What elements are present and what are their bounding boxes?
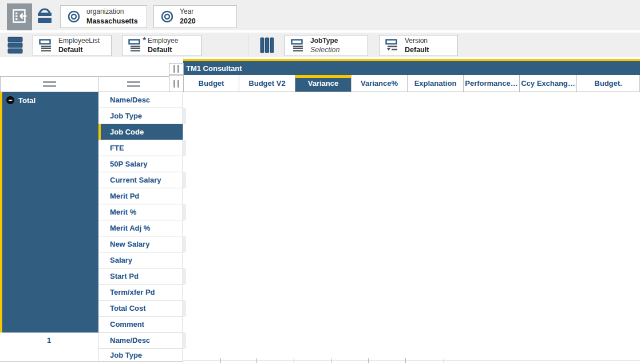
column-header-ccy-exchange[interactable]: Ccy Exchang…: [520, 75, 577, 92]
row-job-type[interactable]: Job Type: [98, 108, 183, 124]
row-merit-pct[interactable]: Merit %: [98, 204, 183, 220]
row-group-1[interactable]: 1: [0, 333, 98, 362]
subset-list-sort-icon: [385, 39, 400, 52]
column-dimension-header[interactable]: TM1 Consultant: [183, 61, 640, 75]
row-stripe: [183, 236, 186, 252]
dimension-name: Version: [405, 37, 429, 46]
row-stripe: [183, 333, 186, 349]
column-dimension-jobtype[interactable]: JobType Selection: [285, 35, 368, 56]
pause-icon: [177, 80, 179, 88]
dimension-subset: Default: [58, 45, 100, 54]
column-header-budget2[interactable]: Budget.: [577, 75, 640, 92]
row-current-salary[interactable]: Current Salary: [98, 172, 183, 188]
columns-axis-icon[interactable]: [259, 37, 275, 54]
rows-axis-icon[interactable]: [7, 36, 24, 55]
briefcase-icon: [34, 4, 55, 29]
collapse-left-icon: [11, 7, 28, 27]
row-dimension-employee[interactable]: * Employee Default: [122, 35, 202, 56]
row-name-desc-2[interactable]: Name/Desc: [98, 333, 183, 349]
dimension-name: Year: [180, 7, 196, 17]
dimension-name: JobType: [310, 37, 339, 46]
modified-asterisk: *: [143, 35, 146, 45]
row-total-cost[interactable]: Total Cost: [98, 300, 183, 316]
row-name-desc[interactable]: Name/Desc: [98, 92, 183, 108]
row-comment[interactable]: Comment: [98, 316, 183, 333]
column-tick: [368, 358, 369, 363]
column-header-variance-pct[interactable]: Variance%: [351, 75, 408, 92]
dimension-member: Massachusetts: [86, 17, 138, 26]
dimension-subset: Default: [405, 45, 429, 54]
subset-circle-icon: [66, 9, 81, 24]
row-term-xfer-pd[interactable]: Term/xfer Pd: [98, 284, 183, 300]
column-tick: [256, 358, 257, 363]
grid-cell-area[interactable]: [183, 92, 640, 362]
row-header-drag-handle[interactable]: [0, 76, 98, 92]
row-header-drag-handle[interactable]: [98, 76, 169, 92]
column-header-collapse-handle[interactable]: [169, 63, 184, 75]
row-dimension-employeelist[interactable]: EmployeeList Default: [33, 35, 112, 56]
dimension-subset: Selection: [310, 45, 339, 54]
row-stripe: [183, 172, 186, 188]
pause-icon: [173, 65, 175, 73]
grid-bottom-border: [183, 361, 640, 361]
row-stripe: [183, 300, 186, 316]
drag-handle-icon: [43, 85, 56, 87]
drag-handle-icon: [127, 85, 140, 87]
row-merit-pd[interactable]: Merit Pd: [98, 188, 183, 204]
column-header-row: Budget Budget V2 Variance Variance% Expl…: [183, 75, 640, 92]
drag-handle-icon: [127, 81, 140, 83]
context-dimension-organization[interactable]: organization Massachusetts: [60, 5, 147, 28]
row-group-label: 1: [47, 336, 51, 345]
column-header-collapse-handle[interactable]: [169, 75, 184, 92]
column-header-variance-selected[interactable]: Variance: [295, 75, 351, 92]
dimension-name: organization: [86, 7, 138, 17]
row-group-label: Total: [18, 96, 35, 105]
column-header-explanation[interactable]: Explanation: [408, 75, 464, 92]
context-dimension-year[interactable]: Year 2020: [153, 5, 237, 28]
column-tick: [405, 358, 406, 363]
subset-circle-icon: [160, 9, 175, 24]
dimension-name: EmployeeList: [58, 37, 100, 46]
dimension-member: 2020: [180, 17, 196, 26]
subset-list-icon: [291, 39, 305, 52]
column-header-budget-v2[interactable]: Budget V2: [239, 75, 295, 92]
subset-list-modified-icon: *: [128, 39, 143, 52]
dimension-name: Employee: [148, 37, 178, 46]
row-new-salary[interactable]: New Salary: [98, 236, 183, 252]
row-salary[interactable]: Salary: [98, 252, 183, 268]
collapse-minus-icon[interactable]: −: [6, 96, 14, 104]
row-merit-adj-pct[interactable]: Merit Adj %: [98, 220, 183, 236]
row-stripe: [183, 268, 186, 284]
column-tick: [331, 358, 331, 363]
column-header-performance[interactable]: Performance…: [464, 75, 520, 92]
row-stripe: [183, 108, 186, 124]
row-job-code-selected[interactable]: Job Code: [98, 124, 183, 140]
column-header-budget[interactable]: Budget: [183, 75, 239, 92]
row-group-total[interactable]: − Total: [0, 92, 98, 333]
workbench-button[interactable]: [34, 5, 55, 29]
collapse-panel-button[interactable]: [7, 3, 32, 30]
column-dimension-version[interactable]: Version Default: [379, 35, 458, 56]
row-label-column: Name/Desc Job Type Job Code FTE 50P Sala…: [98, 92, 183, 362]
pause-icon: [177, 65, 179, 73]
drag-handle-icon: [43, 81, 56, 83]
column-tick: [294, 358, 294, 363]
row-fte[interactable]: FTE: [98, 140, 183, 156]
row-job-type-2[interactable]: Job Type: [98, 349, 183, 362]
dimension-subset: Default: [148, 45, 178, 54]
pause-icon: [173, 80, 175, 88]
column-tick: [444, 358, 444, 363]
toolbar-divider: [248, 34, 248, 57]
row-50p-salary[interactable]: 50P Salary: [98, 156, 183, 172]
subset-list-icon: [39, 39, 53, 52]
column-tick: [220, 358, 221, 363]
row-stripe: [183, 204, 186, 220]
row-start-pd[interactable]: Start Pd: [98, 268, 183, 284]
row-stripe: [183, 140, 186, 156]
